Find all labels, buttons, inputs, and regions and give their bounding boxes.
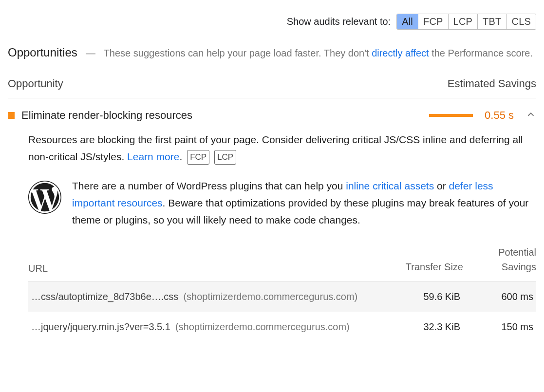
intro-dash: —: [86, 48, 95, 58]
wordpress-icon: [28, 181, 61, 214]
learn-more-link[interactable]: Learn more: [127, 151, 179, 162]
table-row: …css/autoptimize_8d73b6e….css (shoptimiz…: [28, 281, 536, 312]
filter-tbt-button[interactable]: TBT: [478, 14, 506, 29]
wp-t2: or: [434, 180, 449, 191]
col-size-header: Transfer Size: [390, 260, 463, 274]
filter-fcp-button[interactable]: FCP: [418, 14, 449, 29]
savings-gauge-bar: [429, 114, 473, 117]
opportunities-table-head: Opportunity Estimated Savings: [8, 77, 536, 98]
chevron-up-icon[interactable]: [525, 109, 536, 122]
filter-lcp-button[interactable]: LCP: [449, 14, 478, 29]
col-url-header: URL: [28, 263, 390, 274]
intro-desc-before: These suggestions can help your page loa…: [104, 48, 372, 58]
metric-chip-fcp: FCP: [187, 150, 209, 165]
resource-host: (shoptimizerdemo.commercegurus.com): [183, 291, 357, 302]
filter-all-button[interactable]: All: [397, 14, 418, 29]
col-savings-header: Estimated Savings: [448, 77, 536, 90]
audit-description: Resources are blocking the first paint o…: [28, 131, 536, 165]
audit-header[interactable]: Eliminate render-blocking resources 0.55…: [8, 109, 536, 122]
resource-size: 32.3 KiB: [387, 319, 460, 334]
col-opportunity-header: Opportunity: [8, 77, 63, 90]
resource-host: (shoptimizerdemo.commercegurus.com): [175, 321, 350, 333]
resources-table: URL Transfer Size Potential Savings …css…: [28, 245, 536, 342]
filter-button-group: All FCP LCP TBT CLS: [396, 14, 536, 30]
directly-affect-link[interactable]: directly affect: [372, 48, 429, 58]
resource-path: …jquery/jquery.min.js?ver=3.5.1: [31, 321, 170, 333]
filter-label: Show audits relevant to:: [287, 16, 391, 27]
wp-t1: There are a number of WordPress plugins …: [72, 180, 346, 191]
intro-desc-after: the Performance score.: [429, 48, 533, 58]
resource-size: 59.6 KiB: [387, 289, 460, 304]
filter-cls-button[interactable]: CLS: [506, 14, 536, 29]
resource-path: …css/autoptimize_8d73b6e….css: [31, 291, 178, 302]
inline-critical-assets-link[interactable]: inline critical assets: [346, 180, 434, 191]
desc-before: Resources are blocking the first paint o…: [28, 134, 523, 162]
col-potential-savings-header: Potential Savings: [463, 245, 536, 274]
resource-savings: 600 ms: [460, 289, 533, 304]
resource-savings: 150 ms: [460, 319, 533, 334]
savings-value: 0.55 s: [480, 109, 514, 122]
audit-row: Eliminate render-blocking resources 0.55…: [8, 103, 536, 346]
wordpress-note: There are a number of WordPress plugins …: [72, 178, 536, 228]
desc-after: .: [179, 151, 182, 162]
opportunities-intro: Opportunities — These suggestions can he…: [8, 42, 536, 63]
table-row: …jquery/jquery.min.js?ver=3.5.1 (shoptim…: [28, 312, 536, 342]
metric-chip-lcp: LCP: [214, 150, 236, 165]
severity-square-icon: [8, 112, 15, 119]
opportunities-title: Opportunities: [8, 46, 77, 59]
audit-title: Eliminate render-blocking resources: [21, 109, 422, 122]
